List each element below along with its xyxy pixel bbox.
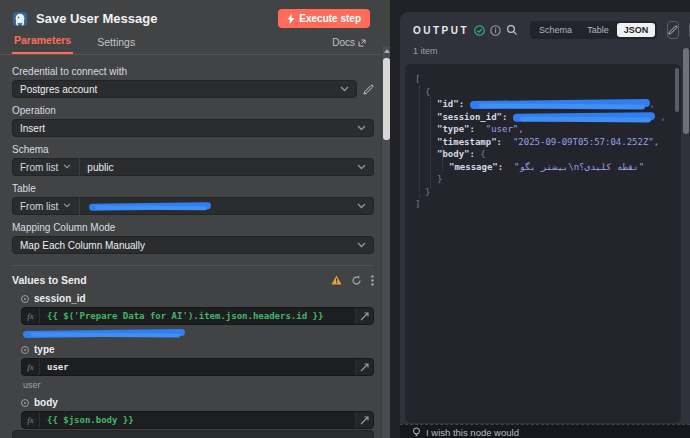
fx-toggle[interactable]: fx	[22, 412, 40, 428]
node-title: Save User Message	[36, 11, 157, 26]
parameters-panel: Save User Message Execute step Parameter…	[0, 0, 390, 438]
table-label: Table	[12, 183, 374, 194]
param-name: body	[34, 397, 58, 408]
tab-settings[interactable]: Settings	[95, 36, 137, 54]
type-result-preview: user	[23, 380, 374, 390]
external-link-icon	[358, 39, 366, 47]
docs-link[interactable]: Docs	[332, 37, 366, 54]
redacted-session-id-value	[513, 112, 655, 122]
fx-toggle[interactable]: fx	[22, 359, 40, 375]
json-scrollbar-thumb[interactable]	[675, 68, 679, 112]
chevron-down-icon	[340, 86, 349, 92]
table-value-select[interactable]	[80, 197, 374, 215]
json-output-view[interactable]: [ { "id": , "session_id": , "type": "use…	[405, 64, 681, 423]
json-line: "timestamp": "2025-09-09T05:57:04.252Z",	[415, 136, 671, 149]
kebab-menu-icon[interactable]	[371, 275, 374, 286]
session-id-input[interactable]: fx {{ $('Prepare Data for AI').item.json…	[21, 307, 374, 325]
json-line: "message": "بیشتر بگو\nنقطه کلیدی؟"	[415, 161, 671, 174]
values-to-send-header: Values to Send	[12, 265, 374, 286]
fx-toggle[interactable]: fx	[22, 308, 40, 324]
feedback-prompt: I wish this node would	[426, 427, 519, 438]
chevron-down-icon	[357, 203, 366, 209]
mapping-mode-label: Mapping Column Mode	[12, 222, 374, 233]
refresh-icon[interactable]	[351, 275, 362, 286]
json-line: {	[415, 86, 671, 99]
scroll-up-arrow-icon[interactable]	[384, 49, 390, 53]
execute-step-button[interactable]: Execute step	[278, 9, 370, 28]
tab-parameters[interactable]: Parameters	[12, 34, 73, 54]
redacted-session-id-result	[23, 329, 185, 338]
chevron-down-icon	[357, 242, 366, 248]
operation-select[interactable]: Insert	[12, 119, 374, 137]
items-count: 1 item	[400, 44, 690, 61]
expand-expression-icon[interactable]	[355, 412, 373, 428]
drag-handle-icon[interactable]	[21, 295, 29, 303]
json-line: [	[415, 73, 671, 86]
json-line: "id": ,	[415, 98, 671, 111]
param-session-id: session_id fx {{ $('Prepare Data for AI'…	[12, 293, 374, 337]
tabs-row: Parameters Settings Docs	[0, 33, 390, 55]
operation-label: Operation	[12, 105, 374, 116]
schema-value-select[interactable]: public	[80, 158, 374, 176]
drag-handle-icon[interactable]	[21, 399, 29, 407]
body-input[interactable]: fx {{ $json.body }}	[21, 411, 374, 429]
output-scrollbar[interactable]	[682, 12, 690, 438]
json-line: "body": {	[415, 148, 671, 161]
redacted-id-value	[469, 99, 649, 109]
indent-guide	[419, 86, 420, 198]
search-icon[interactable]	[506, 24, 518, 36]
chevron-down-icon	[63, 164, 72, 170]
redacted-table-name	[89, 202, 211, 210]
scrollbar-thumb[interactable]	[383, 58, 390, 140]
info-circle-icon[interactable]	[490, 25, 501, 36]
parameters-scrollbar[interactable]	[381, 46, 390, 438]
output-panel: OUTPUT Schema Table JSON 1 item [ { "id"…	[400, 12, 690, 438]
output-title: OUTPUT	[413, 25, 469, 36]
expand-expression-icon[interactable]	[355, 308, 373, 324]
output-header: OUTPUT Schema Table JSON	[400, 12, 690, 44]
add-option-button[interactable]	[12, 430, 374, 438]
view-table[interactable]: Table	[580, 23, 616, 37]
parameters-form: Credential to connect with Postgres acco…	[0, 55, 390, 438]
expand-expression-icon[interactable]	[355, 359, 373, 375]
node-header: Save User Message Execute step	[0, 0, 390, 33]
param-type: type fx user user	[12, 344, 374, 390]
mapping-mode-select[interactable]: Map Each Column Manually	[12, 236, 374, 254]
view-schema[interactable]: Schema	[532, 23, 579, 37]
node-details-view: Save User Message Execute step Parameter…	[0, 0, 690, 438]
edit-output-button[interactable]	[667, 21, 679, 39]
output-view-toggle: Schema Table JSON	[530, 21, 657, 39]
schema-label: Schema	[12, 144, 374, 155]
chevron-down-icon	[357, 125, 366, 131]
json-line: "type": "user",	[415, 123, 671, 136]
node-feedback-bar[interactable]: I wish this node would	[400, 424, 690, 438]
lightbulb-icon	[412, 427, 421, 438]
postgres-node-icon	[12, 11, 28, 27]
credential-label: Credential to connect with	[12, 66, 374, 77]
chevron-down-icon	[63, 203, 72, 209]
lightning-icon	[287, 14, 295, 24]
edit-credential-icon[interactable]	[363, 84, 374, 95]
json-line: }	[415, 173, 671, 186]
drag-handle-icon[interactable]	[21, 346, 29, 354]
indent-guide	[430, 97, 431, 187]
chevron-down-icon	[357, 164, 366, 170]
warning-icon[interactable]	[331, 275, 342, 285]
view-json[interactable]: JSON	[617, 23, 656, 37]
param-name: session_id	[34, 293, 86, 304]
json-line: }	[415, 186, 671, 199]
schema-mode-select[interactable]: From list	[12, 158, 80, 176]
success-check-icon	[474, 25, 485, 36]
credential-select[interactable]: Postgres account	[12, 80, 357, 98]
json-line: "session_id": ,	[415, 111, 671, 124]
table-mode-select[interactable]: From list	[12, 197, 80, 215]
json-line: ]	[415, 198, 671, 211]
type-input[interactable]: fx user	[21, 358, 374, 376]
scrollbar-thumb[interactable]	[683, 48, 689, 134]
param-name: type	[34, 344, 55, 355]
indent-guide	[442, 146, 443, 172]
